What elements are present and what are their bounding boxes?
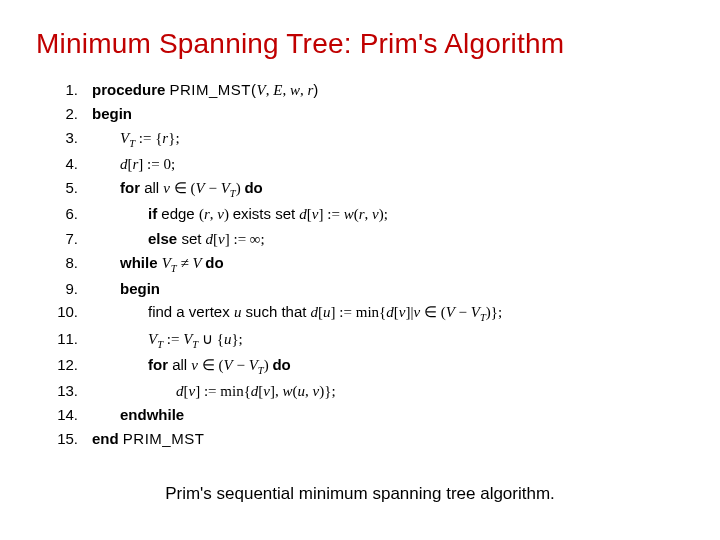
line-number: 2. xyxy=(44,102,92,125)
line-number: 15. xyxy=(44,427,92,450)
algo-line: 6.if edge (r, v) exists set d[v] := w(r,… xyxy=(44,202,684,226)
line-number: 6. xyxy=(44,202,92,225)
line-body: VT := {r}; xyxy=(92,126,180,152)
algo-line: 1.procedure PRIM_MST(V, E, w, r) xyxy=(44,78,684,102)
line-body: d[v] := min{d[v], w(u, v)}; xyxy=(92,379,336,403)
line-body: procedure PRIM_MST(V, E, w, r) xyxy=(92,78,319,102)
slide-title: Minimum Spanning Tree: Prim's Algorithm xyxy=(36,28,684,60)
algo-line: 4.d[r] := 0; xyxy=(44,152,684,176)
line-body: begin xyxy=(92,277,160,300)
algo-line: 7.else set d[v] := ∞; xyxy=(44,227,684,251)
line-body: if edge (r, v) exists set d[v] := w(r, v… xyxy=(92,202,388,226)
algo-line: 5.for all v ∈ (V − VT) do xyxy=(44,176,684,202)
algo-line: 12.for all v ∈ (V − VT) do xyxy=(44,353,684,379)
line-number: 12. xyxy=(44,353,92,376)
line-number: 10. xyxy=(44,300,92,323)
line-body: else set d[v] := ∞; xyxy=(92,227,265,251)
algo-line: 11.VT := VT ∪ {u}; xyxy=(44,327,684,353)
algo-line: 3.VT := {r}; xyxy=(44,126,684,152)
algo-line: 10.find a vertex u such that d[u] := min… xyxy=(44,300,684,326)
line-number: 8. xyxy=(44,251,92,274)
line-number: 5. xyxy=(44,176,92,199)
line-number: 13. xyxy=(44,379,92,402)
caption: Prim's sequential minimum spanning tree … xyxy=(36,484,684,504)
line-body: endwhile xyxy=(92,403,184,426)
line-number: 11. xyxy=(44,327,92,350)
slide: Minimum Spanning Tree: Prim's Algorithm … xyxy=(0,0,720,540)
algorithm-block: 1.procedure PRIM_MST(V, E, w, r)2.begin3… xyxy=(44,78,684,450)
line-body: for all v ∈ (V − VT) do xyxy=(92,176,263,202)
line-body: find a vertex u such that d[u] := min{d[… xyxy=(92,300,502,326)
line-number: 4. xyxy=(44,152,92,175)
algo-line: 8.while VT ≠ V do xyxy=(44,251,684,277)
line-number: 14. xyxy=(44,403,92,426)
algo-line: 15.end PRIM_MST xyxy=(44,427,684,450)
line-number: 9. xyxy=(44,277,92,300)
algo-line: 2.begin xyxy=(44,102,684,125)
line-body: end PRIM_MST xyxy=(92,427,204,450)
algo-line: 14.endwhile xyxy=(44,403,684,426)
algo-line: 13.d[v] := min{d[v], w(u, v)}; xyxy=(44,379,684,403)
line-number: 1. xyxy=(44,78,92,101)
line-body: while VT ≠ V do xyxy=(92,251,224,277)
line-body: d[r] := 0; xyxy=(92,152,175,176)
line-number: 7. xyxy=(44,227,92,250)
algo-line: 9.begin xyxy=(44,277,684,300)
line-number: 3. xyxy=(44,126,92,149)
line-body: for all v ∈ (V − VT) do xyxy=(92,353,291,379)
line-body: begin xyxy=(92,102,132,125)
line-body: VT := VT ∪ {u}; xyxy=(92,327,243,353)
